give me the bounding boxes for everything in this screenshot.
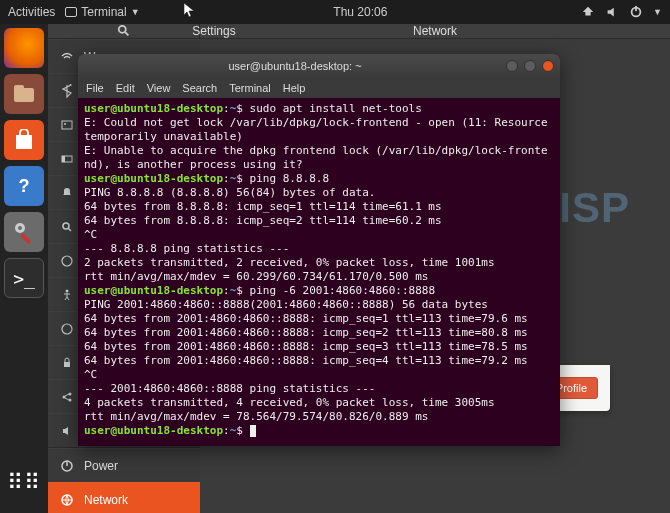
launcher-software[interactable] bbox=[4, 120, 44, 160]
menu-search[interactable]: Search bbox=[182, 82, 217, 94]
search-icon bbox=[60, 220, 74, 234]
launcher-help[interactable]: ? bbox=[4, 166, 44, 206]
clock[interactable]: Thu 20:06 bbox=[140, 5, 581, 19]
terminal-window: user@ubuntu18-desktop: ~ FileEditViewSea… bbox=[78, 54, 560, 446]
launcher-terminal[interactable]: >_ bbox=[4, 258, 44, 298]
svg-point-8 bbox=[118, 26, 125, 33]
sound-icon bbox=[60, 424, 74, 438]
svg-rect-10 bbox=[62, 121, 72, 129]
terminal-icon bbox=[65, 7, 77, 17]
terminal-title: user@ubuntu18-desktop: ~ bbox=[84, 60, 506, 72]
background-icon bbox=[60, 118, 74, 132]
maximize-button[interactable] bbox=[524, 60, 536, 72]
svg-rect-1 bbox=[635, 6, 637, 11]
dock: ? >_ ⠿⠿ bbox=[0, 24, 48, 513]
wifi-icon bbox=[60, 50, 74, 64]
notifications-icon bbox=[60, 186, 74, 200]
minimize-button[interactable] bbox=[506, 60, 518, 72]
menu-view[interactable]: View bbox=[147, 82, 171, 94]
volume-icon bbox=[605, 5, 619, 19]
sidebar-item-label: Power bbox=[84, 459, 118, 473]
svg-rect-3 bbox=[14, 85, 24, 91]
share-icon bbox=[60, 390, 74, 404]
svg-rect-7 bbox=[20, 233, 31, 244]
files-icon bbox=[13, 84, 35, 104]
bag-icon bbox=[14, 129, 34, 151]
bluetooth-icon bbox=[60, 84, 74, 98]
svg-rect-13 bbox=[62, 156, 65, 162]
launcher-settings[interactable] bbox=[4, 212, 44, 252]
settings-headerbar: Settings Network bbox=[48, 24, 670, 39]
settings-title: Settings bbox=[164, 24, 264, 38]
terminal-menubar: FileEditViewSearchTerminalHelp bbox=[78, 78, 560, 98]
svg-line-9 bbox=[124, 32, 128, 36]
settings-panel-title: Network bbox=[200, 24, 670, 38]
network-icon bbox=[581, 5, 595, 19]
activities-button[interactable]: Activities bbox=[8, 5, 55, 19]
gnome-top-bar: Activities Terminal ▼ Thu 20:06 ▼ bbox=[0, 0, 670, 24]
terminal-titlebar[interactable]: user@ubuntu18-desktop: ~ bbox=[78, 54, 560, 78]
mouse-cursor bbox=[184, 3, 196, 19]
sidebar-item-power[interactable]: Power bbox=[48, 448, 200, 482]
app-menu-label: Terminal bbox=[81, 5, 126, 19]
terminal-output[interactable]: user@ubuntu18-desktop:~$ sudo apt instal… bbox=[78, 98, 560, 446]
online-icon bbox=[60, 322, 74, 336]
svg-rect-19 bbox=[64, 362, 70, 367]
svg-rect-4 bbox=[16, 135, 32, 149]
menu-terminal[interactable]: Terminal bbox=[229, 82, 271, 94]
universal-icon bbox=[60, 288, 74, 302]
privacy-icon bbox=[60, 356, 74, 370]
close-button[interactable] bbox=[542, 60, 554, 72]
svg-point-18 bbox=[62, 324, 72, 334]
menu-help[interactable]: Help bbox=[283, 82, 306, 94]
chevron-down-icon: ▼ bbox=[653, 7, 662, 17]
launcher-firefox[interactable] bbox=[4, 28, 44, 68]
power-icon bbox=[60, 459, 74, 473]
svg-point-11 bbox=[64, 123, 66, 125]
search-icon[interactable] bbox=[117, 24, 131, 38]
menu-edit[interactable]: Edit bbox=[116, 82, 135, 94]
svg-point-17 bbox=[66, 289, 69, 292]
svg-line-15 bbox=[68, 228, 71, 231]
dock-icon bbox=[60, 152, 74, 166]
system-status-area[interactable]: ▼ bbox=[581, 5, 662, 19]
svg-point-16 bbox=[62, 256, 72, 266]
app-menu[interactable]: Terminal ▼ bbox=[65, 5, 139, 19]
menu-file[interactable]: File bbox=[86, 82, 104, 94]
launcher-files[interactable] bbox=[4, 74, 44, 114]
show-applications[interactable]: ⠿⠿ bbox=[4, 463, 44, 503]
sidebar-item-label: Network bbox=[84, 493, 128, 507]
gear-wrench-icon bbox=[11, 219, 37, 245]
sidebar-item-network[interactable]: Network bbox=[48, 482, 200, 513]
power-icon bbox=[629, 5, 643, 19]
svg-point-6 bbox=[18, 226, 22, 230]
region-icon bbox=[60, 254, 74, 268]
chevron-down-icon: ▼ bbox=[131, 7, 140, 17]
network-icon bbox=[60, 493, 74, 507]
